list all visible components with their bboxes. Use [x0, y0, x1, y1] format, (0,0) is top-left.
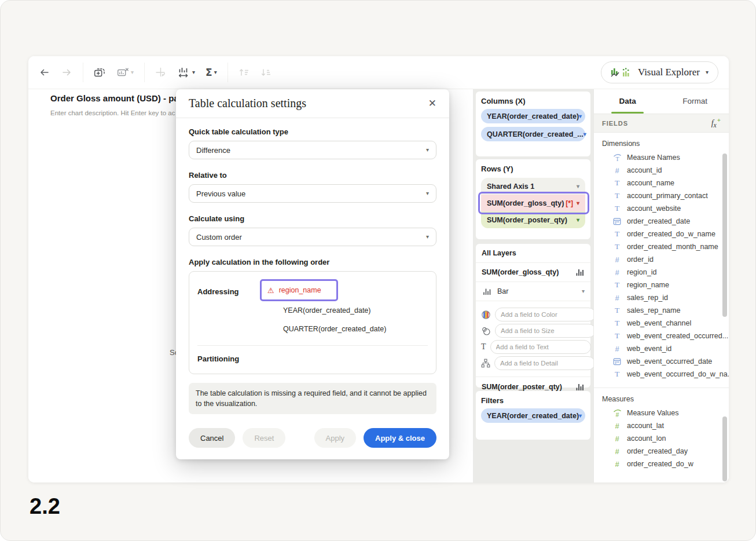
addressing-item-year[interactable]: YEAR(order_created_date): [260, 301, 428, 320]
field-name: region_name: [627, 281, 669, 289]
dimension-item[interactable]: Tweb_event_occurred_do_w_na...: [594, 368, 729, 381]
transpose-icon[interactable]: [154, 66, 168, 79]
relative-to-select[interactable]: Previous value ▾: [189, 184, 436, 203]
field-name: order_created_day: [627, 447, 688, 455]
chevron-down-icon[interactable]: ▾: [577, 200, 579, 206]
dimension-item[interactable]: Tregion_name: [594, 279, 729, 291]
dimension-item[interactable]: Taccount_name: [594, 177, 729, 189]
size-icon: [481, 326, 491, 336]
dimension-item[interactable]: Torder_created_do_w_name: [594, 228, 729, 240]
field-name: account_primary_contact: [627, 192, 708, 200]
measures-scrollbar[interactable]: [722, 416, 727, 481]
visual-explorer-icon: [611, 67, 632, 78]
dimension-item[interactable]: Tweb_event_channel: [594, 317, 729, 330]
dimension-item[interactable]: Tsales_rep_name: [594, 304, 729, 317]
chevron-down-icon[interactable]: ▾: [579, 413, 582, 419]
dimension-item[interactable]: #web_event_id: [594, 342, 729, 355]
measure-names-icon: T: [612, 153, 622, 162]
pill-sum-order-poster-qty[interactable]: SUM(order_poster_qty) ▾: [481, 211, 585, 228]
field-name: account_name: [627, 179, 674, 187]
measure-item[interactable]: #account_lon: [594, 432, 729, 445]
dimension-item[interactable]: Tweb_event_created_occurred...: [594, 330, 729, 342]
chart-description[interactable]: Enter chart description. Hit Enter key t…: [50, 109, 175, 116]
dimension-item[interactable]: Torder_created_month_name: [594, 240, 729, 253]
visual-explorer-switcher[interactable]: Visual Explorer ▾: [601, 61, 718, 83]
cancel-button[interactable]: Cancel: [189, 428, 235, 448]
chevron-down-icon[interactable]: ▾: [577, 217, 579, 223]
chevron-down-icon[interactable]: ▾: [577, 184, 579, 189]
rows-shelf: Rows (Y) Shared Axis 1 ▾ SUM(order_gloss…: [476, 159, 590, 239]
toolbar: ▾ ▾ Σ: [28, 56, 729, 89]
toolbar-sort-group: [228, 63, 282, 82]
measure-item[interactable]: #Measure Values: [594, 407, 729, 419]
pill-sum-order-gloss-qty[interactable]: SUM(order_gloss_qty) [*] ▾: [481, 195, 585, 211]
duplicate-element-icon[interactable]: [93, 66, 108, 79]
field-name: order_created_month_name: [627, 243, 718, 251]
dimension-item[interactable]: #region_id: [594, 266, 729, 279]
chevron-down-icon: ▾: [214, 70, 217, 75]
chevron-down-icon[interactable]: ▾: [583, 131, 586, 137]
swap-axis-icon[interactable]: ▾: [176, 65, 196, 79]
missing-field-badge: [*]: [566, 199, 573, 207]
forward-icon[interactable]: [60, 67, 74, 78]
text-icon: T: [612, 331, 622, 341]
close-icon[interactable]: ✕: [428, 98, 436, 108]
tab-format[interactable]: Format: [662, 89, 729, 114]
tab-data[interactable]: Data: [594, 89, 662, 114]
mark-type-select[interactable]: Bar ▾: [476, 282, 590, 301]
svg-text:#: #: [615, 411, 619, 418]
chevron-down-icon[interactable]: ▾: [582, 288, 585, 294]
aggregate-icon[interactable]: Σ ▾: [204, 65, 218, 79]
shared-axis-pill[interactable]: Shared Axis 1 ▾: [481, 178, 585, 195]
dimensions-list: TMeasure Names#account_idTaccount_nameTa…: [594, 151, 729, 381]
chevron-down-icon[interactable]: ▾: [579, 114, 582, 119]
encoding-slots: T: [476, 301, 590, 377]
dimension-item[interactable]: order_created_date: [594, 215, 729, 228]
apply-button[interactable]: Apply: [314, 428, 357, 448]
chevron-down-icon: ▾: [426, 147, 429, 153]
pill-year-order-created-date[interactable]: YEAR(order_created_date) ▾: [481, 109, 585, 123]
filter-pill-year-order-created-date[interactable]: YEAR(order_created_date) ▾: [481, 408, 585, 423]
addressing-item-quarter[interactable]: QUARTER(order_created_date): [260, 320, 428, 338]
reset-button[interactable]: Reset: [243, 428, 285, 448]
add-field-to-text-input[interactable]: [490, 340, 591, 354]
dimension-item[interactable]: #account_id: [594, 164, 729, 177]
addressing-item-region-name[interactable]: ⚠ region_name: [260, 279, 338, 301]
dimension-item[interactable]: #order_id: [594, 253, 729, 266]
measure-item[interactable]: #order_created_do_w: [594, 458, 729, 470]
add-calculated-field-icon[interactable]: fx+: [711, 116, 721, 129]
sort-descending-icon[interactable]: [259, 67, 273, 78]
layer-sum-order-gloss-qty[interactable]: SUM(order_gloss_qty): [476, 263, 590, 282]
screenshot-frame: ▾ ▾ Σ: [0, 0, 756, 541]
measure-item[interactable]: #order_created_day: [594, 445, 729, 458]
field-name: web_event_occurred_date: [627, 357, 712, 365]
measure-item[interactable]: #account_lat: [594, 419, 729, 432]
sort-ascending-icon[interactable]: [237, 67, 251, 78]
dimension-item[interactable]: web_event_occurred_date: [594, 355, 729, 368]
dimension-item[interactable]: Taccount_primary_contact: [594, 189, 729, 202]
number-icon: #: [612, 166, 622, 175]
pill-quarter-order-created-date[interactable]: QUARTER(order_created_... ▾: [481, 127, 585, 141]
add-field-to-color-input[interactable]: [495, 308, 596, 321]
calculate-using-select[interactable]: Custom order ▾: [189, 228, 436, 246]
dimension-item[interactable]: TMeasure Names: [594, 151, 729, 164]
toolbar-chart-group: ▾ Σ ▾: [145, 63, 228, 82]
calculation-order-box: Addressing ⚠ region_name YEAR(order_crea…: [189, 271, 436, 374]
apply-close-button[interactable]: Apply & close: [364, 428, 436, 448]
data-panel-tabs: Data Format: [594, 89, 729, 114]
chart-title[interactable]: Order Gloss amount (USD) - pane: [50, 93, 189, 103]
back-icon[interactable]: [38, 67, 52, 78]
date-icon: [612, 357, 622, 366]
text-icon: T: [612, 319, 622, 328]
field-name: order_id: [627, 255, 654, 264]
add-field-to-size-input[interactable]: [495, 324, 596, 338]
detail-icon: [481, 359, 490, 368]
quick-type-select[interactable]: Difference ▾: [189, 141, 436, 159]
rows-shelf-title: Rows (Y): [481, 165, 585, 173]
shelves-panel: Columns (X) YEAR(order_created_date) ▾ Q…: [473, 89, 593, 482]
dimension-item[interactable]: Taccount_website: [594, 202, 729, 215]
add-field-to-detail-input[interactable]: [494, 356, 595, 370]
dimension-item[interactable]: #sales_rep_id: [594, 291, 729, 304]
delete-element-icon[interactable]: ▾: [116, 66, 135, 79]
dimensions-scrollbar[interactable]: [722, 153, 727, 317]
